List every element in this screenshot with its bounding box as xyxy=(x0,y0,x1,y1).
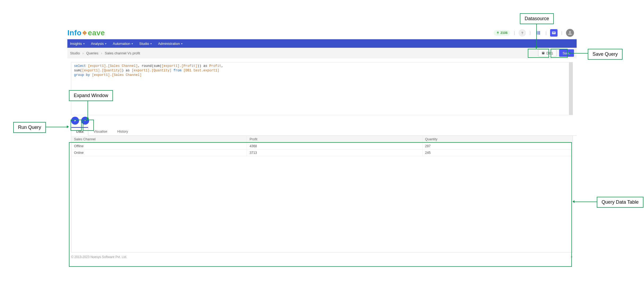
callout-expand-window: Expand Window xyxy=(69,90,113,101)
separator: | xyxy=(514,31,515,35)
copyright: © 2013-2023 Noesys Software Pvt. Ltd. xyxy=(71,255,127,259)
user-avatar[interactable] xyxy=(566,29,574,37)
nav-label: Insights xyxy=(70,42,82,46)
datasource-label: DB1 xyxy=(546,51,553,55)
cell: 245 xyxy=(422,150,573,156)
app-window: Info eave 2106 xyxy=(67,27,577,281)
nav-administration[interactable]: Administration ▾ xyxy=(158,42,182,46)
message-icon[interactable] xyxy=(550,29,558,37)
cell: Online xyxy=(71,150,247,156)
notification-count: 2106 xyxy=(501,31,508,35)
breadcrumb: Studio › Queries › Sales channel Vs prof… xyxy=(70,51,140,55)
query-editor-wrap: select [export1].[Sales Channel], round(… xyxy=(71,62,573,115)
logo-icon xyxy=(81,30,88,36)
arrow-line xyxy=(536,23,537,47)
query-code: select [export1].[Sales Channel], round(… xyxy=(71,62,573,79)
chevron-right-icon: › xyxy=(82,51,84,55)
datasource-button[interactable]: DB1 xyxy=(538,49,556,57)
col-profit[interactable]: Profit xyxy=(247,136,423,143)
chevron-down-icon: ▾ xyxy=(150,42,152,45)
cell: 3713 xyxy=(247,150,423,156)
tab-label: History xyxy=(117,129,128,133)
run-bar xyxy=(71,117,577,125)
arrow-line xyxy=(46,127,67,127)
editor-scrollbar[interactable] xyxy=(569,62,573,115)
crumb-queries[interactable]: Queries xyxy=(86,51,98,55)
notification-badge[interactable]: 2106 xyxy=(494,30,510,36)
cell: 4368 xyxy=(247,143,423,150)
cell: 297 xyxy=(422,143,573,150)
play-icon xyxy=(73,119,77,122)
callout-save-query: Save Query xyxy=(588,49,623,60)
query-editor[interactable]: select [export1].[Sales Channel], round(… xyxy=(71,62,573,115)
arrow-line xyxy=(88,100,88,118)
arrow-head-icon xyxy=(568,52,570,54)
tab-visualise[interactable]: Visualise xyxy=(88,127,112,136)
callout-run-query: Run Query xyxy=(13,122,46,133)
arrow-head-icon xyxy=(67,125,69,128)
footer: © 2013-2023 Noesys Software Pvt. Ltd. ✶ xyxy=(71,255,573,259)
nav-studio[interactable]: Studio ▾ xyxy=(139,42,152,46)
logo: Info eave xyxy=(67,29,105,37)
table-row: Online 3713 245 xyxy=(71,150,573,156)
callout-datasource: Datasource xyxy=(520,13,554,24)
chevron-down-icon: ▾ xyxy=(83,42,85,45)
result-tabs: Data Visualise History xyxy=(71,127,577,136)
arrow-head-icon xyxy=(572,200,575,203)
separator: | xyxy=(546,31,547,35)
col-sales-channel[interactable]: Sales Channel xyxy=(71,136,247,143)
apps-icon[interactable] xyxy=(534,29,542,37)
table-row: Offline 4368 297 xyxy=(71,143,573,150)
run-query-button[interactable] xyxy=(71,117,79,125)
col-quantity[interactable]: Quantity xyxy=(422,136,573,143)
arrow-head-icon xyxy=(86,118,89,120)
database-icon xyxy=(542,51,545,55)
breadcrumb-bar: Studio › Queries › Sales channel Vs prof… xyxy=(67,48,577,58)
callout-query-data-table: Query Data Table xyxy=(597,197,643,208)
chevron-down-icon: ▾ xyxy=(181,42,182,45)
tab-label: Visualise xyxy=(93,129,107,133)
nav-automation[interactable]: Automation ▾ xyxy=(113,42,133,46)
arrow-head-icon xyxy=(535,47,538,49)
chevron-down-icon: ▾ xyxy=(105,42,106,45)
logo-text-2: eave xyxy=(88,29,105,37)
app-header: Info eave 2106 xyxy=(67,27,577,39)
separator: | xyxy=(561,31,562,35)
nav-analysis[interactable]: Analysis ▾ xyxy=(91,42,106,46)
crumb-studio[interactable]: Studio xyxy=(70,51,80,55)
help-icon[interactable]: ? xyxy=(519,29,526,37)
tab-history[interactable]: History xyxy=(112,127,133,136)
chevron-down-icon: ▾ xyxy=(132,42,133,45)
crumb-current: Sales channel Vs profit xyxy=(105,51,140,55)
nav-label: Studio xyxy=(139,42,149,46)
tab-data[interactable]: Data xyxy=(71,127,88,136)
query-result-table: Sales Channel Profit Quantity Offline 43… xyxy=(71,136,573,156)
chevron-right-icon: › xyxy=(101,51,102,55)
cell: Offline xyxy=(71,143,247,150)
nav-label: Automation xyxy=(113,42,130,46)
logo-text-1: Info xyxy=(67,29,81,37)
separator: | xyxy=(530,31,531,35)
arrow-line xyxy=(575,202,597,202)
main-nav: Insights ▾ Analysis ▾ Automation ▾ Studi… xyxy=(67,39,577,48)
tab-label: Data xyxy=(76,129,83,133)
nav-label: Administration xyxy=(158,42,180,46)
nav-label: Analysis xyxy=(91,42,104,46)
query-result-table-wrap: Sales Channel Profit Quantity Offline 43… xyxy=(71,136,573,252)
bell-icon xyxy=(496,31,499,34)
arrow-line xyxy=(570,53,588,54)
table-header-row: Sales Channel Profit Quantity xyxy=(71,136,573,143)
nav-insights[interactable]: Insights ▾ xyxy=(70,42,85,46)
footer-star-icon: ✶ xyxy=(570,255,573,259)
header-right: 2106 | ? | | | xyxy=(494,29,574,37)
